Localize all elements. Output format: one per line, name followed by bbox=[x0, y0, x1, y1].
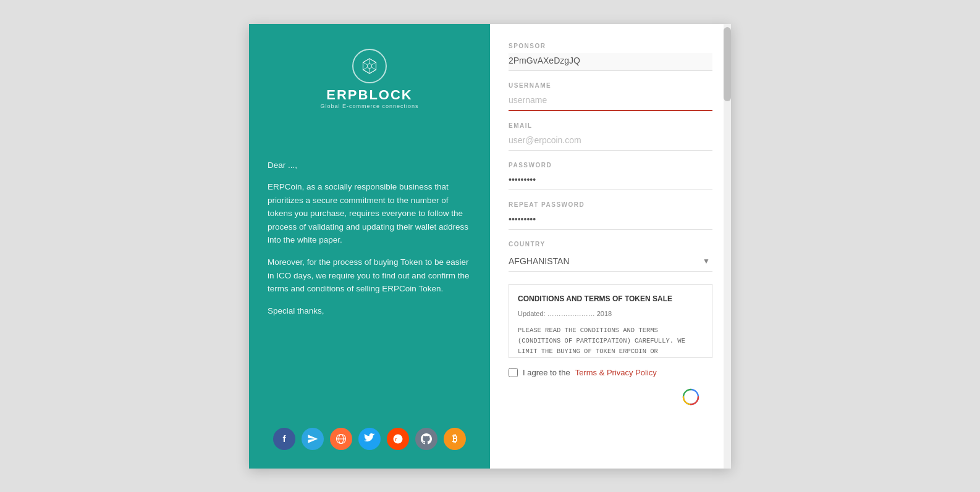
github-icon[interactable] bbox=[415, 428, 437, 450]
svg-line-5 bbox=[372, 67, 376, 70]
agree-checkbox[interactable] bbox=[509, 368, 518, 377]
closing: Special thanks, bbox=[268, 304, 471, 318]
password-input[interactable] bbox=[509, 172, 712, 190]
country-label: COUNTRY bbox=[509, 241, 712, 248]
left-panel: ERPBLOCK Global E-commerce connections D… bbox=[249, 24, 490, 469]
svg-point-11 bbox=[394, 434, 403, 443]
svg-line-6 bbox=[372, 62, 376, 65]
svg-point-1 bbox=[367, 64, 372, 69]
svg-text:r: r bbox=[395, 436, 397, 442]
repeat-password-label: REPEAT PASSWORD bbox=[509, 201, 712, 208]
svg-line-4 bbox=[363, 62, 368, 65]
scrollbar[interactable] bbox=[724, 24, 731, 469]
scrollbar-thumb[interactable] bbox=[724, 27, 731, 101]
repeat-password-input[interactable] bbox=[509, 212, 712, 230]
email-label: EMAIL bbox=[509, 122, 712, 129]
reddit-icon[interactable]: r bbox=[387, 428, 409, 450]
svg-line-7 bbox=[363, 67, 368, 70]
right-panel: SPONSOR USERNAME EMAIL PASSWORD REPEAT P… bbox=[490, 24, 731, 469]
username-input[interactable] bbox=[509, 93, 712, 111]
bitcoin-icon[interactable]: ₿ bbox=[444, 428, 466, 450]
terms-link[interactable]: Terms & Privacy Policy bbox=[575, 368, 657, 377]
logo-icon bbox=[352, 49, 387, 83]
email-input[interactable] bbox=[509, 133, 712, 151]
sponsor-input[interactable] bbox=[509, 53, 712, 71]
country-select[interactable]: AFGHANISTAN ALBANIA ALGERIA bbox=[509, 251, 712, 272]
agree-text: I agree to the bbox=[523, 368, 570, 377]
twitter-icon[interactable] bbox=[358, 428, 381, 450]
paragraph2: Moreover, for the process of buying Toke… bbox=[268, 256, 471, 296]
telegram-icon[interactable] bbox=[302, 428, 324, 450]
sponsor-label: SPONSOR bbox=[509, 43, 712, 49]
facebook-icon[interactable]: f bbox=[273, 428, 295, 450]
multi-icon[interactable] bbox=[330, 428, 352, 450]
terms-text: PLEASE READ THE CONDITIONS AND TERMS (CO… bbox=[518, 325, 703, 356]
logo-area: ERPBLOCK Global E-commerce connections bbox=[320, 49, 418, 109]
terms-updated: Updated: ………………… 2018 bbox=[518, 309, 703, 320]
paragraph1: ERPCoin, as a socially responsible busin… bbox=[268, 180, 471, 247]
terms-title: CONDITIONS AND TERMS OF TOKEN SALE bbox=[518, 293, 703, 305]
terms-box: CONDITIONS AND TERMS OF TOKEN SALE Updat… bbox=[509, 284, 712, 358]
logo-name: ERPBLOCK bbox=[326, 87, 412, 103]
recaptcha-widget[interactable] bbox=[669, 385, 712, 409]
letter-content: Dear ..., ERPCoin, as a socially respons… bbox=[268, 159, 471, 409]
username-label: USERNAME bbox=[509, 82, 712, 89]
agree-row: I agree to the Terms & Privacy Policy bbox=[509, 368, 712, 377]
greeting: Dear ..., bbox=[268, 159, 471, 172]
registration-modal: ERPBLOCK Global E-commerce connections D… bbox=[249, 24, 731, 469]
social-icons: f r ₿ bbox=[273, 428, 466, 450]
recaptcha-area bbox=[509, 385, 712, 415]
logo-tagline: Global E-commerce connections bbox=[320, 103, 418, 109]
country-select-wrapper: AFGHANISTAN ALBANIA ALGERIA ▼ bbox=[509, 251, 712, 272]
password-label: PASSWORD bbox=[509, 162, 712, 169]
